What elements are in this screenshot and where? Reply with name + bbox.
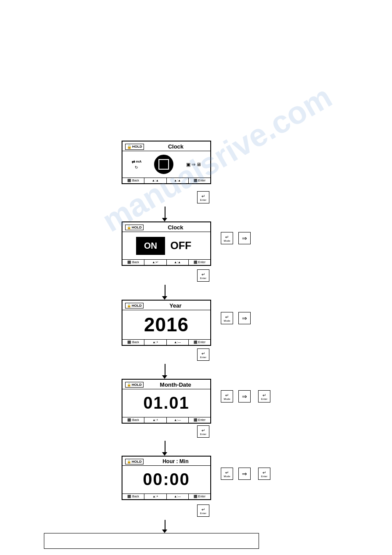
mode-btn-2[interactable]: ↵ Mode [221,232,233,244]
screen4-footer-btn4[interactable]: ⬛:Enter [189,417,210,423]
off-text: OFF [165,236,197,255]
screen2-title: Clock [144,224,208,231]
arrow4-head [162,452,167,456]
arrow1-line [165,207,165,219]
screen3-footer-btn1[interactable]: ⬛:Back [122,340,144,345]
screen1-footer-btn3[interactable]: ▲:▲ [167,178,189,183]
year-value: 2016 [144,314,189,336]
enter-btn-2[interactable]: ↵ Enter [197,269,209,282]
screen3-footer: ⬛:Back ▲:+ ▲:— ⬛:Enter [122,339,210,345]
screen2-content: ON OFF [122,232,210,259]
screen2-box: 🔒 HOLD Clock ON OFF ⬛:Back ▲:↵ ▲:▲ ⬛:Ent… [122,221,211,266]
screen1-footer: ⬛:Back ▲:▲ ▲:▲ ⬛:Enter [122,178,210,183]
screen4-title: Month-Date [144,381,208,388]
mode-btn-3[interactable]: ↵ Mode [221,312,233,324]
screen2-footer-btn1[interactable]: ⬛:Back [122,260,144,265]
hold-badge-2: 🔒 HOLD [125,225,144,230]
enter-btn-5[interactable]: ↵ Enter [197,504,209,517]
screen3-header: 🔒 HOLD Year [122,301,210,310]
arrow3-line [165,364,165,376]
enter-symbol-1: ↵ [201,194,205,199]
screen3-title: Year [144,302,208,309]
screen5-header: 🔒 HOLD Hour : Min [122,457,210,466]
lock-icon-2: 🔒 [127,225,131,229]
center-circle-icon [154,155,173,174]
enter-btn-3[interactable]: ↵ Enter [197,348,209,361]
screen5-box: 🔒 HOLD Hour : Min 00:00 ⬛:Back ▲:+ ▲:— ⬛… [122,456,211,500]
screen2-footer-btn3[interactable]: ▲:▲ [167,260,189,265]
screen5-title: Hour : Min [144,458,208,464]
transfer-icon: ⇄ mA [132,160,142,164]
time-value: 00:00 [143,470,190,489]
screen4-header: 🔒 HOLD Month-Date [122,380,210,389]
screen1-header: 🔒 HOLD Clock [122,141,210,151]
screen1-content: ⇄ mA ↻ ▣ ⇒ 🖥 [122,151,210,178]
screen2-header: 🔒 HOLD Clock [122,222,210,232]
arrow3-head [162,375,167,379]
screen4-footer: ⬛:Back ▲:+ ▲:— ⬛:Enter [122,417,210,423]
mode-label-2: Mode [223,239,230,242]
arrow5-line [165,520,165,530]
screen1-footer-btn2[interactable]: ▲:▲ [144,178,166,183]
screen5-footer-btn4[interactable]: ⬛:Enter [189,494,210,499]
screen1-footer-btn4[interactable]: ⬛:Enter [189,178,210,183]
screen2-footer-btn2[interactable]: ▲:↵ [144,260,166,265]
screen3-footer-btn4[interactable]: ⬛:Enter [189,340,210,345]
hold-label-1: HOLD [132,145,142,149]
arrow1-head [162,218,167,221]
on-button[interactable]: ON [136,237,165,255]
screen5-content: 00:00 [122,466,210,493]
screen4-footer-btn2[interactable]: ▲:+ [144,417,166,423]
arrow4-line [165,441,165,453]
screen5-footer-btn1[interactable]: ⬛:Back [122,494,144,499]
mode-btn-4[interactable]: ↵ Mode [221,390,233,403]
date-value: 01.01 [143,394,189,413]
screen3-footer-btn3[interactable]: ▲:— [167,340,189,345]
right-arrow-btn-4[interactable]: ⇒ [238,390,251,403]
mode-btn-5[interactable]: ↵ Mode [221,468,233,480]
screen3-footer-btn2[interactable]: ▲:+ [144,340,166,345]
mode-icon-2: ↵ [225,235,229,239]
right-arrow-icon-2: ⇒ [242,235,247,242]
arrow5-head [162,530,167,533]
screen1-left-icons: ⇄ mA ↻ [132,160,142,170]
arrow2-line [165,285,165,297]
screen2-footer-btn4[interactable]: ⬛:Enter [189,260,210,265]
hold-badge-5: 🔒 HOLD [125,459,144,464]
enter-btn-4[interactable]: ↵ Enter [197,425,209,438]
enter-label-2: Enter [200,277,206,279]
screen5-footer-btn3[interactable]: ▲:— [167,494,189,499]
enter-symbol-2: ↵ [201,272,205,277]
final-box [44,533,259,549]
screen1-footer-btn1[interactable]: ⬛:Back [122,178,144,183]
screen4-box: 🔒 HOLD Month-Date 01.01 ⬛:Back ▲:+ ▲:— ⬛… [122,379,211,424]
right-arrow-btn-5[interactable]: ⇒ [238,468,251,480]
page-container: manualsrive.com 🔒 HOLD Clock ⇄ mA ↻ [0,0,392,555]
enter-btn-1[interactable]: ↵ Enter [197,191,209,203]
screen4-content: 01.01 [122,389,210,417]
right-arrow-btn-2[interactable]: ⇒ [238,232,251,244]
screen5-footer: ⬛:Back ▲:+ ▲:— ⬛:Enter [122,493,210,499]
enter-btn-4-right[interactable]: ↵ Enter [258,390,270,403]
screen1-title: Clock [144,143,208,150]
screen4-footer-btn3[interactable]: ▲:— [167,417,189,423]
enter-btn-5-right[interactable]: ↵ Enter [258,468,270,480]
screen2-footer: ⬛:Back ▲:↵ ▲:▲ ⬛:Enter [122,259,210,265]
pc-transfer-icon: ▣ ⇒ 🖥 [186,162,201,167]
screen1-box: 🔒 HOLD Clock ⇄ mA ↻ ▣ [122,141,211,184]
hold-badge-4: 🔒 HOLD [125,382,144,388]
lock-icon-1: 🔒 [127,145,132,149]
screen3-box: 🔒 HOLD Year 2016 ⬛:Back ▲:+ ▲:— ⬛:Enter [122,300,211,346]
screen3-content: 2016 [122,310,210,339]
hold-badge-1: 🔒 HOLD [125,144,144,150]
enter-label-1: Enter [200,199,206,201]
hold-badge-3: 🔒 HOLD [125,303,144,308]
recycle-icon: ↻ [135,165,138,170]
screen5-footer-btn2[interactable]: ▲:+ [144,494,166,499]
screen4-footer-btn1[interactable]: ⬛:Back [122,417,144,423]
arrow2-head [162,296,167,300]
right-arrow-btn-3[interactable]: ⇒ [238,312,251,324]
